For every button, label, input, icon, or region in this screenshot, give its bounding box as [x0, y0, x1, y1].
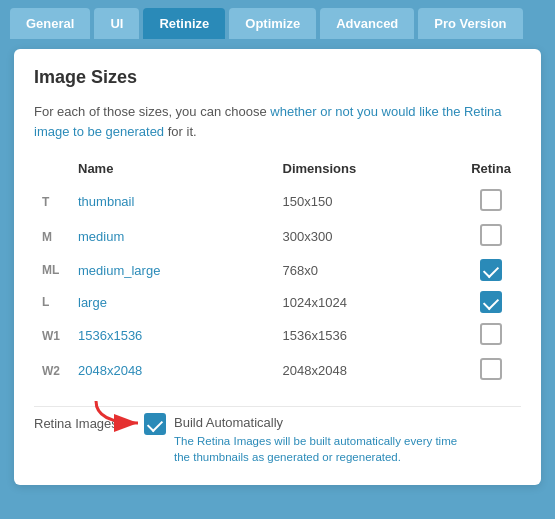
table-row: ML medium_large 768x0 [34, 254, 521, 286]
desc-text2: for it. [164, 124, 197, 139]
row-name-ml: medium_large [70, 254, 275, 286]
col-name: Name [70, 157, 275, 184]
build-auto-subtext: The Retina Images will be built automati… [174, 433, 474, 465]
desc-text1: For each of those sizes, you can choose [34, 104, 270, 119]
tab-ui[interactable]: UI [94, 8, 139, 39]
row-dim-m: 300x300 [275, 219, 461, 254]
row-dim-ml: 768x0 [275, 254, 461, 286]
row-code-t: T [34, 184, 70, 219]
row-name-w2: 2048x2048 [70, 353, 275, 388]
table-row: W1 1536x1536 1536x1536 [34, 318, 521, 353]
tab-general[interactable]: General [10, 8, 90, 39]
row-code-ml: ML [34, 254, 70, 286]
main-content: Image Sizes For each of those sizes, you… [0, 39, 555, 519]
checkbox-l[interactable] [480, 291, 502, 313]
checkbox-retina-build[interactable] [144, 413, 166, 435]
checkbox-t[interactable] [480, 189, 502, 211]
build-auto-label: Build Automatically [174, 415, 474, 430]
retina-check-area: Build Automatically The Retina Images wi… [144, 413, 474, 465]
col-dimensions: Dimensions [275, 157, 461, 184]
row-retina-w2[interactable] [461, 353, 521, 388]
row-code-m: M [34, 219, 70, 254]
checkbox-w1[interactable] [480, 323, 502, 345]
card: Image Sizes For each of those sizes, you… [14, 49, 541, 485]
row-retina-w1[interactable] [461, 318, 521, 353]
table-row: W2 2048x2048 2048x2048 [34, 353, 521, 388]
table-row: L large 1024x1024 [34, 286, 521, 318]
row-code-l: L [34, 286, 70, 318]
tab-advanced[interactable]: Advanced [320, 8, 414, 39]
tab-bar: General UI Retinize Optimize Advanced Pr… [0, 0, 555, 39]
row-name-t: thumbnail [70, 184, 275, 219]
row-name-l: large [70, 286, 275, 318]
col-retina: Retina [461, 157, 521, 184]
card-title: Image Sizes [34, 67, 521, 88]
red-arrow-icon [86, 395, 150, 433]
row-dim-t: 150x150 [275, 184, 461, 219]
row-name-m: medium [70, 219, 275, 254]
tab-pro-version[interactable]: Pro Version [418, 8, 522, 39]
row-retina-l[interactable] [461, 286, 521, 318]
row-retina-m[interactable] [461, 219, 521, 254]
checkbox-w2[interactable] [480, 358, 502, 380]
retina-text-group: Build Automatically The Retina Images wi… [174, 413, 474, 465]
checkbox-ml[interactable] [480, 259, 502, 281]
description: For each of those sizes, you can choose … [34, 102, 521, 141]
retina-images-row: Retina Images Build Automatically The Re… [34, 406, 521, 465]
row-dim-w1: 1536x1536 [275, 318, 461, 353]
row-dim-l: 1024x1024 [275, 286, 461, 318]
row-code-w1: W1 [34, 318, 70, 353]
row-retina-t[interactable] [461, 184, 521, 219]
table-row: M medium 300x300 [34, 219, 521, 254]
tab-optimize[interactable]: Optimize [229, 8, 316, 39]
tab-retinize[interactable]: Retinize [143, 8, 225, 39]
row-dim-w2: 2048x2048 [275, 353, 461, 388]
row-retina-ml[interactable] [461, 254, 521, 286]
checkbox-m[interactable] [480, 224, 502, 246]
table-row: T thumbnail 150x150 [34, 184, 521, 219]
sizes-table: Name Dimensions Retina T thumbnail 150x1… [34, 157, 521, 388]
row-code-w2: W2 [34, 353, 70, 388]
row-name-w1: 1536x1536 [70, 318, 275, 353]
